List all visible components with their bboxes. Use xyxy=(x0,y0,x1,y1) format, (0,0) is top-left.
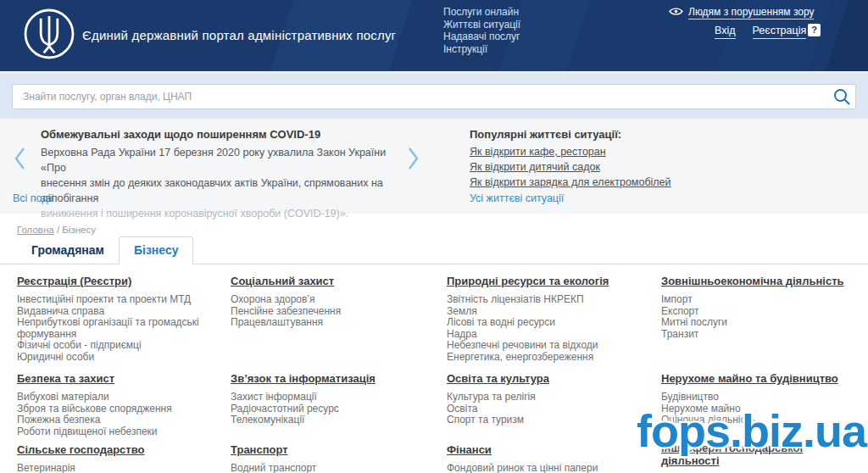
trident-logo-icon xyxy=(23,4,75,67)
situation-link-kindergarten[interactable]: Як відкрити дитячий садок xyxy=(470,161,600,173)
category-title[interactable]: Освіта та культура xyxy=(447,372,549,385)
category-item[interactable]: Телекомунікації xyxy=(231,415,447,426)
category-item[interactable]: Фізичні особи - підприємці xyxy=(17,340,231,352)
category-item[interactable]: Працевлаштування xyxy=(231,317,447,329)
category-item[interactable]: Захист інформації xyxy=(231,392,447,403)
category-item[interactable]: Зброя та військове спорядження xyxy=(17,403,231,415)
category-item[interactable]: Інвестиційні проекти та проекти МТД xyxy=(17,294,231,306)
category-item[interactable]: Нерухоме майно xyxy=(661,403,851,415)
all-situations-link[interactable]: Усі життєві ситуації xyxy=(470,192,564,204)
category-title[interactable]: Природні ресурси та екологія xyxy=(447,275,609,287)
category-item[interactable]: Звітність ліцензіатів НКРЕКП xyxy=(447,294,661,306)
nav-service-providers[interactable]: Надавачі послуг xyxy=(443,31,520,43)
breadcrumb-home[interactable]: Головна xyxy=(17,225,54,235)
category-item[interactable]: Пожежна безпека xyxy=(17,415,231,426)
all-events-link[interactable]: Всі події xyxy=(13,192,53,204)
news-line-3: виникнення і поширення коронавірусної хв… xyxy=(41,208,348,220)
news-item-text: Верховна Рада України 17 березня 2020 ро… xyxy=(41,145,410,221)
nav-services-online[interactable]: Послуги онлайн xyxy=(443,6,520,19)
category-item[interactable]: Земля xyxy=(447,306,661,318)
category-foreign-economic: Зовнішньоекономічна діяльність Імпорт Ек… xyxy=(661,273,851,370)
page-title: Єдиний державний портал адміністративних… xyxy=(82,28,396,42)
category-item[interactable]: Юридичні особи xyxy=(17,352,231,364)
category-title[interactable]: Зовнішньоекономічна діяльність xyxy=(661,275,844,287)
category-item[interactable]: Фондовий ринок та цінні папери xyxy=(447,463,661,473)
category-item[interactable]: Енергетика, енергозбереження xyxy=(447,352,661,364)
category-item[interactable]: Митні послуги xyxy=(661,317,851,329)
category-transport: Транспорт Водний транспорт xyxy=(231,442,447,473)
category-finance: Фінанси Фондовий ринок та цінні папери xyxy=(447,442,661,473)
category-item[interactable]: Видавнича справа xyxy=(17,306,231,318)
breadcrumb-separator: / xyxy=(57,225,59,235)
search-icon[interactable] xyxy=(832,87,851,109)
category-registration: Реєстрація (Реєстри) Інвестиційні проект… xyxy=(17,273,231,370)
nav-instructions[interactable]: Інструкції xyxy=(443,43,520,56)
header-nav: Послуги онлайн Життєві ситуації Надавачі… xyxy=(443,6,520,55)
category-item[interactable]: Пенсійне забезпечення xyxy=(231,306,447,318)
situation-link-ev-charging[interactable]: Як відкрити зарядка для електромобілей xyxy=(470,176,671,188)
category-natural-resources: Природні ресурси та екологія Звітність л… xyxy=(447,273,661,370)
help-button[interactable]: ? xyxy=(808,24,821,36)
accessibility-link[interactable]: Людям з порушенням зору xyxy=(669,6,814,19)
category-education-culture: Освіта та культура Культура та релігія О… xyxy=(447,370,661,442)
category-title[interactable]: Транспорт xyxy=(231,443,288,456)
category-item[interactable]: Транзит xyxy=(661,329,851,341)
category-security: Безпека та захист Вибухові матеріали Збр… xyxy=(17,370,231,442)
category-title[interactable]: Інші сфери господарської діяльності xyxy=(661,442,851,467)
eye-icon xyxy=(669,7,683,19)
category-item[interactable]: Будівництво xyxy=(661,392,851,403)
category-title[interactable]: Сільське господарство xyxy=(17,443,144,456)
category-item[interactable]: Надра xyxy=(447,329,661,341)
categories-grid: Реєстрація (Реєстри) Інвестиційні проект… xyxy=(0,264,868,473)
category-item[interactable]: Охорона здоров’я xyxy=(231,294,447,306)
category-item[interactable]: Ветеринарія xyxy=(17,463,231,473)
category-social-protection: Соціальний захист Охорона здоров’я Пенсі… xyxy=(231,273,447,370)
category-item[interactable]: Освіта xyxy=(447,403,661,415)
tab-citizens[interactable]: Громадянам xyxy=(17,237,119,264)
news-line-2: внесення змін до деяких законодавчих акт… xyxy=(41,177,383,204)
category-item[interactable]: Неприбуткові організації та громадські ф… xyxy=(17,317,231,340)
category-real-estate: Нерухоме майно та будівництво Будівництв… xyxy=(661,370,851,442)
nav-life-situations[interactable]: Життєві ситуації xyxy=(443,19,520,31)
news-band: Обмежувальні заходи щодо поширенням COVI… xyxy=(0,119,868,214)
news-line-1: Верховна Рада України 17 березня 2020 ро… xyxy=(41,147,386,174)
category-item[interactable]: Небезпечні речовини та відходи xyxy=(447,340,661,352)
category-item[interactable]: Водний транспорт xyxy=(231,463,447,473)
tab-business[interactable]: Бізнесу xyxy=(119,236,194,264)
category-title[interactable]: Зв’язок та інформатизація xyxy=(231,372,376,385)
carousel-prev-button[interactable] xyxy=(14,147,25,173)
category-item[interactable]: Оціночна діяльність xyxy=(661,415,851,426)
popular-situations-title: Популярні життєві ситуації: xyxy=(470,128,621,141)
category-item[interactable]: Імпорт xyxy=(661,294,851,306)
category-title[interactable]: Реєстрація (Реєстри) xyxy=(17,275,131,287)
accessibility-label: Людям з порушенням зору xyxy=(688,6,814,19)
category-item[interactable]: Радіочастотний ресурс xyxy=(231,403,447,415)
category-item[interactable]: Культура та релігія xyxy=(447,392,661,403)
category-item[interactable]: Вибухові матеріали xyxy=(17,392,231,403)
search-input[interactable] xyxy=(12,84,856,109)
situation-link-cafe[interactable]: Як відкрити кафе, ресторан xyxy=(470,146,606,158)
category-other-spheres: Інші сфери господарської діяльності Інте… xyxy=(661,442,851,473)
chevron-left-icon xyxy=(14,147,25,170)
category-item[interactable]: Роботи підвищеної небезпеки xyxy=(17,426,231,438)
category-item[interactable]: Лісові та водні ресурси xyxy=(447,317,661,329)
audience-tabs: Громадянам Бізнесу xyxy=(0,237,868,264)
search-band xyxy=(0,71,868,119)
category-communication: Зв’язок та інформатизація Захист інформа… xyxy=(231,370,447,442)
category-title[interactable]: Безпека та захист xyxy=(17,372,114,385)
news-item-title[interactable]: Обмежувальні заходи щодо поширенням COVI… xyxy=(41,128,320,141)
category-title[interactable]: Соціальний захист xyxy=(231,275,334,287)
auth-links: Вхід Реєстрація xyxy=(715,25,806,39)
category-agriculture: Сільське господарство Ветеринарія xyxy=(17,442,231,473)
category-item[interactable]: Експорт xyxy=(661,306,851,318)
category-title[interactable]: Нерухоме майно та будівництво xyxy=(661,372,838,385)
register-link[interactable]: Реєстрація xyxy=(753,25,807,39)
site-header: Єдиний державний портал адміністративних… xyxy=(0,0,868,71)
breadcrumb-current: Бізнесу xyxy=(62,225,96,235)
category-title[interactable]: Фінанси xyxy=(447,443,492,456)
login-link[interactable]: Вхід xyxy=(715,25,736,39)
category-item[interactable]: Спорт та туризм xyxy=(447,415,661,426)
